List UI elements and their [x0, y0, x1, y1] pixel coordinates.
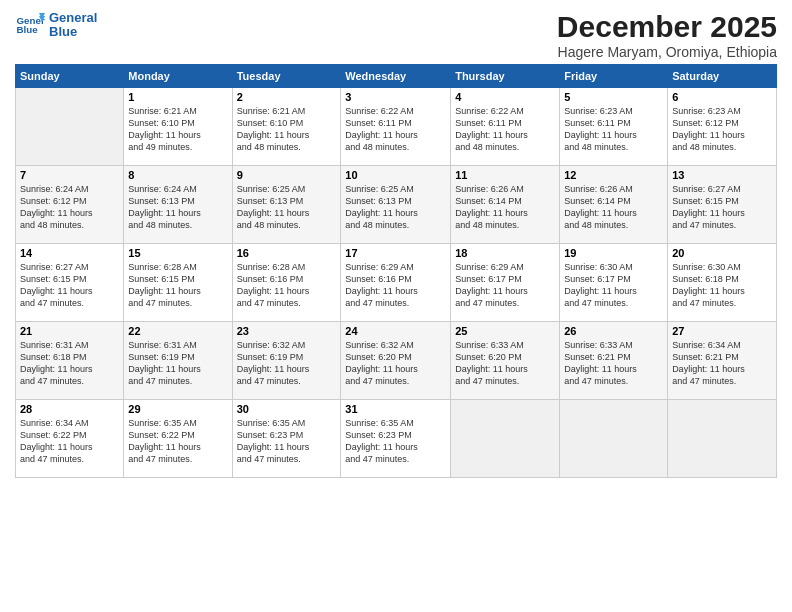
day-number: 9 — [237, 169, 337, 181]
calendar-cell: 13Sunrise: 6:27 AM Sunset: 6:15 PM Dayli… — [668, 166, 777, 244]
calendar-cell — [560, 400, 668, 478]
calendar-cell: 18Sunrise: 6:29 AM Sunset: 6:17 PM Dayli… — [451, 244, 560, 322]
day-number: 8 — [128, 169, 227, 181]
day-number: 16 — [237, 247, 337, 259]
header-monday: Monday — [124, 65, 232, 88]
day-number: 22 — [128, 325, 227, 337]
day-number: 7 — [20, 169, 119, 181]
calendar-cell: 17Sunrise: 6:29 AM Sunset: 6:16 PM Dayli… — [341, 244, 451, 322]
calendar-cell: 22Sunrise: 6:31 AM Sunset: 6:19 PM Dayli… — [124, 322, 232, 400]
calendar-cell: 21Sunrise: 6:31 AM Sunset: 6:18 PM Dayli… — [16, 322, 124, 400]
calendar-table: SundayMondayTuesdayWednesdayThursdayFrid… — [15, 64, 777, 478]
day-info: Sunrise: 6:32 AM Sunset: 6:19 PM Dayligh… — [237, 339, 337, 388]
day-info: Sunrise: 6:29 AM Sunset: 6:17 PM Dayligh… — [455, 261, 555, 310]
calendar-cell: 31Sunrise: 6:35 AM Sunset: 6:23 PM Dayli… — [341, 400, 451, 478]
day-info: Sunrise: 6:34 AM Sunset: 6:21 PM Dayligh… — [672, 339, 772, 388]
day-info: Sunrise: 6:22 AM Sunset: 6:11 PM Dayligh… — [455, 105, 555, 154]
calendar-cell: 28Sunrise: 6:34 AM Sunset: 6:22 PM Dayli… — [16, 400, 124, 478]
calendar-cell: 29Sunrise: 6:35 AM Sunset: 6:22 PM Dayli… — [124, 400, 232, 478]
day-info: Sunrise: 6:23 AM Sunset: 6:11 PM Dayligh… — [564, 105, 663, 154]
calendar-cell: 16Sunrise: 6:28 AM Sunset: 6:16 PM Dayli… — [232, 244, 341, 322]
day-number: 12 — [564, 169, 663, 181]
day-number: 2 — [237, 91, 337, 103]
header-friday: Friday — [560, 65, 668, 88]
calendar-cell: 14Sunrise: 6:27 AM Sunset: 6:15 PM Dayli… — [16, 244, 124, 322]
header-thursday: Thursday — [451, 65, 560, 88]
day-number: 28 — [20, 403, 119, 415]
day-info: Sunrise: 6:31 AM Sunset: 6:18 PM Dayligh… — [20, 339, 119, 388]
subtitle: Hagere Maryam, Oromiya, Ethiopia — [557, 44, 777, 60]
day-number: 10 — [345, 169, 446, 181]
day-info: Sunrise: 6:25 AM Sunset: 6:13 PM Dayligh… — [345, 183, 446, 232]
calendar-cell: 2Sunrise: 6:21 AM Sunset: 6:10 PM Daylig… — [232, 88, 341, 166]
day-number: 13 — [672, 169, 772, 181]
day-info: Sunrise: 6:32 AM Sunset: 6:20 PM Dayligh… — [345, 339, 446, 388]
day-info: Sunrise: 6:23 AM Sunset: 6:12 PM Dayligh… — [672, 105, 772, 154]
calendar-cell: 26Sunrise: 6:33 AM Sunset: 6:21 PM Dayli… — [560, 322, 668, 400]
header-tuesday: Tuesday — [232, 65, 341, 88]
header-sunday: Sunday — [16, 65, 124, 88]
calendar-cell: 30Sunrise: 6:35 AM Sunset: 6:23 PM Dayli… — [232, 400, 341, 478]
day-number: 5 — [564, 91, 663, 103]
day-info: Sunrise: 6:26 AM Sunset: 6:14 PM Dayligh… — [564, 183, 663, 232]
week-row-2: 7Sunrise: 6:24 AM Sunset: 6:12 PM Daylig… — [16, 166, 777, 244]
day-info: Sunrise: 6:21 AM Sunset: 6:10 PM Dayligh… — [237, 105, 337, 154]
calendar-cell — [668, 400, 777, 478]
day-info: Sunrise: 6:22 AM Sunset: 6:11 PM Dayligh… — [345, 105, 446, 154]
day-number: 11 — [455, 169, 555, 181]
day-number: 19 — [564, 247, 663, 259]
calendar-cell — [16, 88, 124, 166]
calendar-cell: 8Sunrise: 6:24 AM Sunset: 6:13 PM Daylig… — [124, 166, 232, 244]
day-number: 17 — [345, 247, 446, 259]
day-number: 26 — [564, 325, 663, 337]
logo-line2: Blue — [49, 25, 97, 39]
logo-header: General Blue General Blue December 2025 … — [15, 10, 777, 60]
day-number: 24 — [345, 325, 446, 337]
day-info: Sunrise: 6:29 AM Sunset: 6:16 PM Dayligh… — [345, 261, 446, 310]
header-wednesday: Wednesday — [341, 65, 451, 88]
day-info: Sunrise: 6:27 AM Sunset: 6:15 PM Dayligh… — [672, 183, 772, 232]
day-info: Sunrise: 6:33 AM Sunset: 6:20 PM Dayligh… — [455, 339, 555, 388]
day-info: Sunrise: 6:30 AM Sunset: 6:18 PM Dayligh… — [672, 261, 772, 310]
day-info: Sunrise: 6:25 AM Sunset: 6:13 PM Dayligh… — [237, 183, 337, 232]
title-block: December 2025 Hagere Maryam, Oromiya, Et… — [557, 10, 777, 60]
week-row-1: 1Sunrise: 6:21 AM Sunset: 6:10 PM Daylig… — [16, 88, 777, 166]
week-row-4: 21Sunrise: 6:31 AM Sunset: 6:18 PM Dayli… — [16, 322, 777, 400]
day-number: 18 — [455, 247, 555, 259]
calendar-cell: 24Sunrise: 6:32 AM Sunset: 6:20 PM Dayli… — [341, 322, 451, 400]
logo-icon: General Blue — [15, 10, 45, 40]
calendar-cell: 1Sunrise: 6:21 AM Sunset: 6:10 PM Daylig… — [124, 88, 232, 166]
calendar-cell: 5Sunrise: 6:23 AM Sunset: 6:11 PM Daylig… — [560, 88, 668, 166]
day-number: 21 — [20, 325, 119, 337]
day-info: Sunrise: 6:28 AM Sunset: 6:16 PM Dayligh… — [237, 261, 337, 310]
header-saturday: Saturday — [668, 65, 777, 88]
calendar-cell: 20Sunrise: 6:30 AM Sunset: 6:18 PM Dayli… — [668, 244, 777, 322]
main-title: December 2025 — [557, 10, 777, 44]
day-info: Sunrise: 6:24 AM Sunset: 6:13 PM Dayligh… — [128, 183, 227, 232]
day-number: 30 — [237, 403, 337, 415]
calendar-cell: 7Sunrise: 6:24 AM Sunset: 6:12 PM Daylig… — [16, 166, 124, 244]
day-number: 29 — [128, 403, 227, 415]
calendar-cell: 25Sunrise: 6:33 AM Sunset: 6:20 PM Dayli… — [451, 322, 560, 400]
day-number: 20 — [672, 247, 772, 259]
day-number: 6 — [672, 91, 772, 103]
week-row-3: 14Sunrise: 6:27 AM Sunset: 6:15 PM Dayli… — [16, 244, 777, 322]
week-row-5: 28Sunrise: 6:34 AM Sunset: 6:22 PM Dayli… — [16, 400, 777, 478]
day-number: 23 — [237, 325, 337, 337]
day-info: Sunrise: 6:28 AM Sunset: 6:15 PM Dayligh… — [128, 261, 227, 310]
calendar-cell: 15Sunrise: 6:28 AM Sunset: 6:15 PM Dayli… — [124, 244, 232, 322]
calendar-cell: 6Sunrise: 6:23 AM Sunset: 6:12 PM Daylig… — [668, 88, 777, 166]
day-number: 15 — [128, 247, 227, 259]
day-info: Sunrise: 6:33 AM Sunset: 6:21 PM Dayligh… — [564, 339, 663, 388]
calendar-cell: 3Sunrise: 6:22 AM Sunset: 6:11 PM Daylig… — [341, 88, 451, 166]
day-number: 14 — [20, 247, 119, 259]
day-number: 4 — [455, 91, 555, 103]
day-info: Sunrise: 6:34 AM Sunset: 6:22 PM Dayligh… — [20, 417, 119, 466]
day-number: 3 — [345, 91, 446, 103]
svg-text:Blue: Blue — [17, 24, 39, 35]
calendar-cell — [451, 400, 560, 478]
day-info: Sunrise: 6:21 AM Sunset: 6:10 PM Dayligh… — [128, 105, 227, 154]
day-info: Sunrise: 6:27 AM Sunset: 6:15 PM Dayligh… — [20, 261, 119, 310]
day-info: Sunrise: 6:35 AM Sunset: 6:22 PM Dayligh… — [128, 417, 227, 466]
day-info: Sunrise: 6:31 AM Sunset: 6:19 PM Dayligh… — [128, 339, 227, 388]
